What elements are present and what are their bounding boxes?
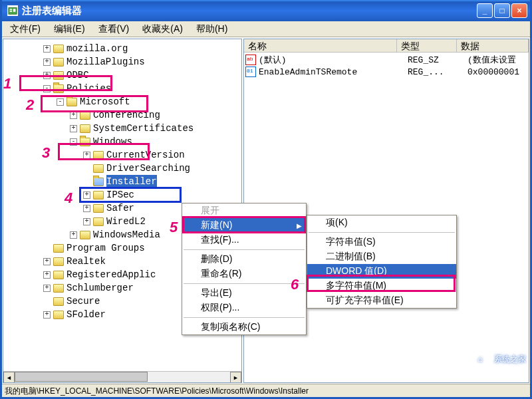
ctx-permissions[interactable]: 权限(P)... [182, 301, 306, 315]
scroll-thumb[interactable] [15, 372, 148, 382]
list-row[interactable]: EnableAdminTSRemote REG_... 0x00000001 [245, 66, 527, 78]
app-icon [7, 5, 18, 16]
ctx-new-binary[interactable]: 二进制值(B) [307, 249, 456, 264]
highlight-box-6 [307, 275, 456, 292]
status-path: 我的电脑\HKEY_LOCAL_MACHINE\SOFTWARE\Policie… [5, 386, 309, 396]
col-name[interactable]: 名称 [244, 39, 397, 52]
annotation-6: 6 [291, 276, 299, 293]
tree-item-systemcerts[interactable]: +SystemCertificates [3, 122, 241, 135]
menu-edit[interactable]: 编辑(E) [49, 22, 90, 37]
value-data: (数值未设置 [467, 54, 527, 66]
string-value-icon [245, 55, 256, 65]
highlight-box-3 [58, 143, 150, 160]
highlight-box-1 [19, 75, 112, 91]
plus-icon[interactable]: + [83, 205, 90, 212]
folder-open-icon [93, 178, 104, 186]
col-data[interactable]: 数据 [457, 39, 529, 52]
col-type[interactable]: 类型 [397, 39, 457, 52]
content-area: +mozilla.org +MozillaPlugins +ODBC -Poli… [2, 37, 530, 384]
plus-icon[interactable]: + [43, 59, 51, 66]
svg-rect-2 [10, 11, 13, 12]
titlebar[interactable]: 注册表编辑器 _ □ × [2, 0, 530, 21]
plus-icon[interactable]: + [70, 231, 77, 239]
annotation-5: 5 [170, 219, 178, 236]
value-name: EnableAdminTSRemote [259, 67, 408, 77]
menu-file[interactable]: 文件(F) [5, 22, 46, 37]
highlight-box-4 [79, 187, 182, 203]
plus-icon[interactable]: + [43, 271, 51, 279]
separator [309, 232, 455, 233]
ctx-new-key[interactable]: 项(K) [307, 215, 456, 230]
ctx-new-expandstring[interactable]: 可扩充字符串值(E) [307, 293, 456, 308]
tree-item-driversearching[interactable]: DriverSearching [3, 162, 241, 175]
annotation-3: 3 [42, 144, 50, 162]
ctx-copy-key-name[interactable]: 复制项名称(C) [182, 320, 306, 334]
maximize-button[interactable]: □ [494, 3, 510, 18]
annotation-1: 1 [3, 75, 11, 92]
separator [184, 317, 305, 318]
minimize-button[interactable]: _ [477, 3, 493, 18]
tree-item-installer[interactable]: Installer [3, 175, 241, 188]
list-rows: (默认) REG_SZ (数值未设置 EnableAdminTSRemote R… [244, 53, 529, 79]
window-title: 注册表编辑器 [22, 5, 477, 17]
close-button[interactable]: × [511, 3, 527, 18]
tree-item-mozilla-org[interactable]: +mozilla.org [3, 42, 241, 55]
window-buttons: _ □ × [477, 3, 527, 18]
h-scrollbar[interactable]: ◄ ► [3, 371, 241, 382]
plus-icon[interactable]: + [83, 218, 90, 225]
value-type: REG_... [408, 67, 467, 77]
plus-icon[interactable]: + [43, 45, 51, 53]
plus-icon[interactable]: + [70, 112, 77, 119]
menu-view[interactable]: 查看(V) [93, 22, 135, 37]
highlight-box-5 [182, 216, 306, 233]
annotation-2: 2 [26, 96, 34, 114]
plus-icon[interactable]: + [43, 285, 51, 292]
value-data: 0x00000001 [467, 67, 527, 77]
value-type: REG_SZ [408, 55, 467, 65]
ctx-delete[interactable]: 删除(D) [182, 252, 306, 267]
watermark: ⌂ 系统之家 [470, 350, 526, 368]
regedit-window: 注册表编辑器 _ □ × 文件(F) 编辑(E) 查看(V) 收藏夹(A) 帮助… [0, 0, 532, 399]
ctx-new-string[interactable]: 字符串值(S) [307, 235, 456, 249]
list-header: 名称 类型 数据 [244, 39, 529, 53]
separator [184, 249, 305, 250]
plus-icon[interactable]: + [43, 258, 51, 265]
watermark-text: 系统之家 [494, 354, 526, 365]
menu-help[interactable]: 帮助(H) [191, 22, 233, 37]
highlight-box-2 [41, 95, 148, 112]
binary-value-icon [245, 66, 256, 77]
list-row[interactable]: (默认) REG_SZ (数值未设置 [245, 54, 527, 66]
plus-icon[interactable]: + [43, 311, 51, 319]
menu-favorites[interactable]: 收藏夹(A) [137, 22, 188, 37]
tree-item-mozilla-plugins[interactable]: +MozillaPlugins [3, 55, 241, 68]
value-name: (默认) [259, 54, 408, 66]
scroll-right-button[interactable]: ► [230, 372, 241, 383]
ctx-find[interactable]: 查找(F)... [182, 233, 306, 247]
statusbar: 我的电脑\HKEY_LOCAL_MACHINE\SOFTWARE\Policie… [2, 384, 530, 397]
menubar: 文件(F) 编辑(E) 查看(V) 收藏夹(A) 帮助(H) [2, 21, 530, 37]
watermark-icon: ⌂ [470, 350, 490, 368]
separator [184, 283, 305, 284]
scroll-track[interactable] [15, 372, 230, 382]
svg-rect-1 [10, 9, 13, 10]
plus-icon[interactable]: + [70, 125, 77, 132]
svg-rect-3 [13, 9, 16, 11]
scroll-left-button[interactable]: ◄ [3, 372, 15, 383]
ctx-rename[interactable]: 重命名(R) [182, 267, 306, 281]
annotation-4: 4 [65, 190, 72, 207]
ctx-export[interactable]: 导出(E) [182, 286, 306, 301]
context-submenu-new: 项(K) 字符串值(S) 二进制值(B) DWORD 值(D) 多字符串值(M)… [307, 215, 457, 309]
